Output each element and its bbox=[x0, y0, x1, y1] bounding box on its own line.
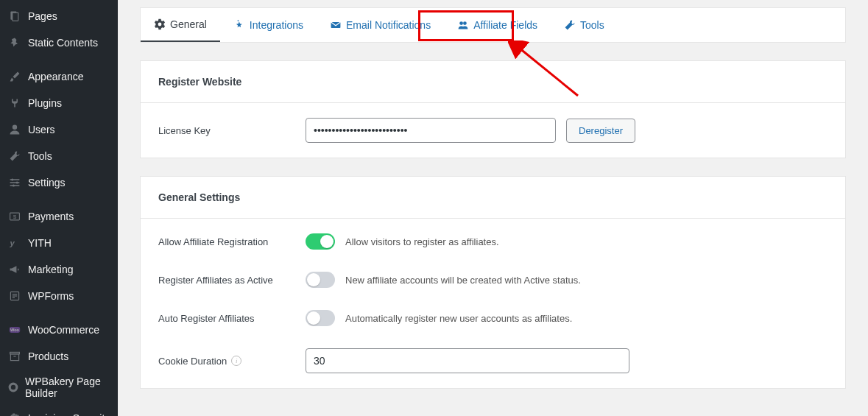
svg-text:Woo: Woo bbox=[10, 328, 20, 332]
gear-icon bbox=[7, 411, 22, 416]
sidebar-item-label: Pages bbox=[28, 10, 57, 22]
tab-affiliate-fields[interactable]: Affiliate Fields bbox=[444, 8, 551, 42]
sidebar-item-loginizer[interactable]: Loginizer Security bbox=[0, 405, 118, 416]
svg-text:y: y bbox=[10, 239, 15, 247]
sidebar-item-label: Settings bbox=[28, 177, 66, 188]
register-active-help: New affiliate accounts will be created w… bbox=[345, 275, 581, 286]
sidebar-item-label: Users bbox=[28, 124, 55, 135]
register-active-toggle[interactable] bbox=[306, 272, 335, 288]
deregister-button[interactable]: Deregister bbox=[566, 119, 635, 143]
sidebar-item-static-contents[interactable]: Static Contents bbox=[0, 29, 118, 56]
archive-icon bbox=[7, 349, 22, 364]
cookie-duration-label: Cookie Duration i bbox=[158, 356, 306, 367]
sliders-icon bbox=[7, 175, 22, 190]
svg-rect-18 bbox=[10, 354, 18, 361]
sidebar-item-yith[interactable]: y YITH bbox=[0, 230, 118, 256]
sidebar-item-label: WPBakery Page Builder bbox=[25, 376, 110, 399]
svg-point-6 bbox=[11, 178, 13, 180]
auto-register-toggle[interactable] bbox=[306, 310, 335, 326]
sidebar-item-label: Static Contents bbox=[28, 37, 98, 49]
gear-icon bbox=[154, 18, 166, 30]
svg-text:$: $ bbox=[13, 214, 17, 220]
sidebar-item-wpbakery[interactable]: WPBakery Page Builder bbox=[0, 370, 118, 405]
brush-icon bbox=[7, 69, 22, 84]
sidebar-item-label: Appearance bbox=[28, 71, 84, 82]
sidebar-item-label: Marketing bbox=[28, 264, 73, 275]
sidebar-item-label: YITH bbox=[28, 237, 52, 249]
yith-icon: y bbox=[7, 236, 22, 250]
svg-point-24 bbox=[459, 21, 463, 25]
tab-label: General bbox=[170, 18, 207, 30]
register-website-panel: Register Website License Key Deregister bbox=[140, 60, 846, 158]
woo-icon: Woo bbox=[7, 322, 22, 337]
sidebar-item-products[interactable]: Products bbox=[0, 343, 118, 370]
tab-tools[interactable]: Tools bbox=[551, 8, 618, 42]
tab-label: Integrations bbox=[250, 19, 303, 31]
sidebar-item-label: Tools bbox=[28, 150, 52, 162]
tab-label: Affiliate Fields bbox=[473, 19, 537, 31]
svg-rect-19 bbox=[10, 352, 20, 353]
sidebar-item-users[interactable]: Users bbox=[0, 116, 118, 143]
allow-registration-toggle[interactable] bbox=[306, 233, 335, 250]
svg-point-25 bbox=[463, 21, 467, 25]
register-active-label: Register Affiliates as Active bbox=[158, 275, 306, 286]
svg-point-7 bbox=[16, 181, 18, 183]
settings-tabs: General Integrations Email Notifications… bbox=[140, 7, 846, 43]
svg-point-8 bbox=[13, 184, 15, 186]
mail-icon bbox=[330, 19, 342, 31]
tab-integrations[interactable]: Integrations bbox=[220, 8, 317, 42]
main-content: General Integrations Email Notifications… bbox=[118, 0, 868, 416]
wrench-icon bbox=[7, 149, 22, 163]
dollar-icon: $ bbox=[7, 209, 22, 224]
panel-title: General Settings bbox=[141, 177, 845, 218]
general-settings-panel: General Settings Allow Affiliate Registr… bbox=[140, 176, 846, 389]
form-icon bbox=[7, 289, 22, 303]
sidebar-item-payments[interactable]: $ Payments bbox=[0, 203, 118, 230]
panel-title: Register Website bbox=[141, 61, 845, 102]
sidebar-item-settings[interactable]: Settings bbox=[0, 169, 118, 196]
sidebar-item-label: WooCommerce bbox=[28, 324, 99, 336]
svg-point-2 bbox=[13, 125, 17, 130]
tab-label: Email Notifications bbox=[346, 19, 431, 31]
sidebar-item-label: Payments bbox=[28, 211, 74, 222]
sidebar-item-appearance[interactable]: Appearance bbox=[0, 63, 118, 90]
sparkle-icon bbox=[233, 19, 245, 31]
auto-register-label: Auto Register Affiliates bbox=[158, 313, 306, 324]
sidebar-item-tools[interactable]: Tools bbox=[0, 143, 118, 169]
tab-email-notifications[interactable]: Email Notifications bbox=[317, 8, 444, 42]
sidebar-item-label: Loginizer Security bbox=[28, 412, 110, 416]
pages-icon bbox=[7, 9, 22, 24]
sidebar-item-label: Plugins bbox=[28, 97, 62, 109]
license-key-label: License Key bbox=[158, 125, 306, 136]
sidebar-item-pages[interactable]: Pages bbox=[0, 3, 118, 29]
plug-icon bbox=[7, 96, 22, 110]
auto-register-help: Automatically register new user accounts… bbox=[345, 313, 572, 324]
wrench-icon bbox=[564, 19, 576, 31]
tab-label: Tools bbox=[580, 19, 604, 31]
megaphone-icon bbox=[7, 262, 22, 277]
allow-registration-label: Allow Affiliate Registration bbox=[158, 236, 306, 247]
allow-registration-help: Allow visitors to register as affiliates… bbox=[345, 236, 499, 247]
license-key-input[interactable] bbox=[306, 118, 556, 143]
sidebar-item-plugins[interactable]: Plugins bbox=[0, 90, 118, 116]
sidebar-item-label: WPForms bbox=[28, 290, 74, 302]
sidebar-item-marketing[interactable]: Marketing bbox=[0, 256, 118, 283]
pin-icon bbox=[7, 35, 22, 50]
users-icon bbox=[457, 19, 469, 31]
tab-general[interactable]: General bbox=[141, 8, 220, 42]
sidebar-item-wpforms[interactable]: WPForms bbox=[0, 283, 118, 309]
admin-sidebar: Pages Static Contents Appearance Plugins… bbox=[0, 0, 118, 416]
sidebar-item-woocommerce[interactable]: Woo WooCommerce bbox=[0, 317, 118, 343]
info-icon[interactable]: i bbox=[231, 356, 241, 366]
user-icon bbox=[7, 122, 22, 137]
svg-rect-1 bbox=[13, 13, 18, 21]
svg-point-22 bbox=[11, 385, 15, 389]
cookie-duration-input[interactable] bbox=[306, 348, 629, 373]
wpb-icon bbox=[7, 380, 19, 395]
sidebar-item-label: Products bbox=[28, 350, 68, 362]
